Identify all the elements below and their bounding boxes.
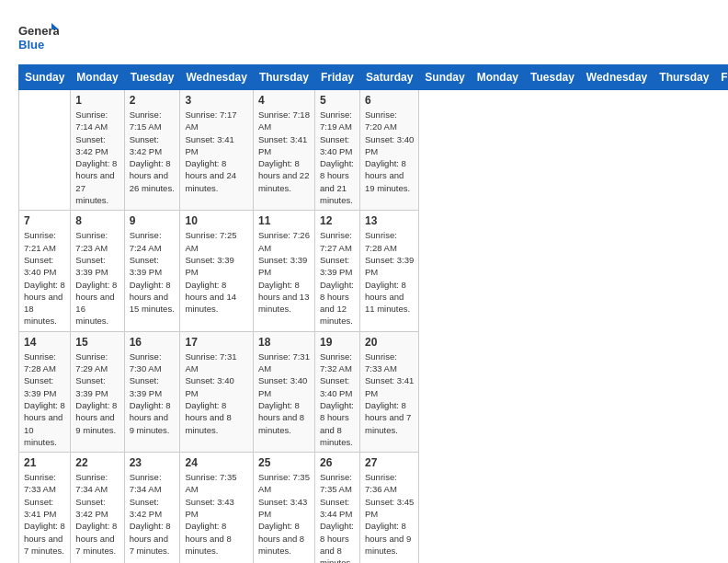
day-info: Sunrise: 7:15 AM Sunset: 3:42 PM Dayligh… [130, 109, 176, 194]
daylight: Daylight: 8 hours and 7 minutes. [75, 521, 117, 556]
sunset: Sunset: 3:42 PM [75, 134, 108, 156]
calendar-cell: 20 Sunrise: 7:33 AM Sunset: 3:41 PM Dayl… [359, 331, 418, 452]
weekday-header-monday: Monday [471, 65, 524, 90]
sunset: Sunset: 3:39 PM [320, 255, 352, 277]
day-number: 26 [320, 456, 355, 469]
day-number: 13 [365, 214, 414, 227]
daylight: Daylight: 8 hours and 8 minutes. [258, 521, 304, 556]
calendar-cell [19, 90, 71, 211]
day-number: 5 [320, 94, 355, 107]
daylight: Daylight: 8 hours and 18 minutes. [24, 280, 65, 327]
calendar-cell: 24 Sunrise: 7:35 AM Sunset: 3:43 PM Dayl… [180, 453, 253, 563]
sunset: Sunset: 3:39 PM [130, 255, 162, 277]
day-info: Sunrise: 7:28 AM Sunset: 3:39 PM Dayligh… [365, 229, 414, 315]
day-number: 10 [185, 214, 247, 227]
calendar-cell: 15 Sunrise: 7:29 AM Sunset: 3:39 PM Dayl… [71, 331, 124, 452]
sunrise: Sunrise: 7:35 AM [258, 472, 310, 494]
daylight: Daylight: 8 hours and 8 minutes. [185, 400, 231, 435]
sunset: Sunset: 3:40 PM [320, 134, 352, 156]
daylight: Daylight: 8 hours and 22 minutes. [258, 158, 309, 193]
sunset: Sunset: 3:40 PM [185, 375, 233, 397]
sunrise: Sunrise: 7:31 AM [185, 351, 236, 373]
day-info: Sunrise: 7:25 AM Sunset: 3:39 PM Dayligh… [185, 229, 247, 315]
sunset: Sunset: 3:44 PM [320, 497, 352, 519]
weekday-header-wednesday: Wednesday [580, 65, 653, 90]
calendar-cell: 12 Sunrise: 7:27 AM Sunset: 3:39 PM Dayl… [314, 211, 359, 331]
sunrise: Sunrise: 7:27 AM [320, 230, 352, 252]
sunrise: Sunrise: 7:30 AM [130, 351, 162, 373]
day-info: Sunrise: 7:34 AM Sunset: 3:42 PM Dayligh… [75, 471, 119, 557]
day-info: Sunrise: 7:31 AM Sunset: 3:40 PM Dayligh… [185, 350, 247, 436]
day-info: Sunrise: 7:34 AM Sunset: 3:42 PM Dayligh… [130, 471, 176, 557]
logo: General Blue [18, 18, 63, 55]
calendar-cell: 10 Sunrise: 7:25 AM Sunset: 3:39 PM Dayl… [180, 211, 253, 331]
sunset: Sunset: 3:45 PM [365, 497, 414, 519]
daylight: Daylight: 8 hours and 15 minutes. [130, 280, 175, 315]
daylight: Daylight: 8 hours and 7 minutes. [365, 400, 411, 435]
sunset: Sunset: 3:42 PM [75, 497, 108, 519]
sunrise: Sunrise: 7:24 AM [130, 230, 162, 252]
day-info: Sunrise: 7:28 AM Sunset: 3:39 PM Dayligh… [24, 350, 65, 448]
sunrise: Sunrise: 7:20 AM [365, 109, 397, 132]
day-number: 6 [365, 94, 414, 107]
day-number: 9 [130, 214, 176, 227]
day-info: Sunrise: 7:35 AM Sunset: 3:44 PM Dayligh… [320, 471, 355, 563]
daylight: Daylight: 8 hours and 9 minutes. [75, 400, 117, 435]
day-info: Sunrise: 7:36 AM Sunset: 3:45 PM Dayligh… [365, 471, 414, 557]
calendar-header-row: SundayMondayTuesdayWednesdayThursdayFrid… [19, 65, 729, 90]
day-info: Sunrise: 7:27 AM Sunset: 3:39 PM Dayligh… [320, 229, 355, 327]
calendar-cell: 3 Sunrise: 7:17 AM Sunset: 3:41 PM Dayli… [180, 90, 253, 211]
sunset: Sunset: 3:43 PM [258, 497, 307, 519]
daylight: Daylight: 8 hours and 26 minutes. [130, 158, 175, 193]
sunset: Sunset: 3:39 PM [130, 375, 162, 397]
day-number: 20 [365, 336, 414, 349]
day-info: Sunrise: 7:23 AM Sunset: 3:39 PM Dayligh… [75, 229, 119, 327]
day-info: Sunrise: 7:24 AM Sunset: 3:39 PM Dayligh… [130, 229, 176, 315]
sunset: Sunset: 3:40 PM [365, 134, 414, 156]
daylight: Daylight: 8 hours and 11 minutes. [365, 280, 410, 315]
sunset: Sunset: 3:39 PM [75, 255, 108, 277]
sunrise: Sunrise: 7:33 AM [24, 472, 56, 494]
calendar-cell: 8 Sunrise: 7:23 AM Sunset: 3:39 PM Dayli… [71, 211, 124, 331]
calendar-cell: 22 Sunrise: 7:34 AM Sunset: 3:42 PM Dayl… [71, 453, 124, 563]
sunset: Sunset: 3:42 PM [130, 134, 162, 156]
calendar-week-1: 1 Sunrise: 7:14 AM Sunset: 3:42 PM Dayli… [19, 90, 729, 211]
calendar-week-3: 14 Sunrise: 7:28 AM Sunset: 3:39 PM Dayl… [19, 331, 729, 452]
sunrise: Sunrise: 7:35 AM [185, 472, 236, 494]
daylight: Daylight: 8 hours and 12 minutes. [320, 280, 354, 327]
daylight: Daylight: 8 hours and 8 minutes. [258, 400, 304, 435]
calendar-cell: 13 Sunrise: 7:28 AM Sunset: 3:39 PM Dayl… [359, 211, 418, 331]
sunrise: Sunrise: 7:33 AM [365, 351, 397, 373]
daylight: Daylight: 8 hours and 8 minutes. [185, 521, 231, 556]
daylight: Daylight: 8 hours and 10 minutes. [24, 400, 65, 447]
calendar-cell: 25 Sunrise: 7:35 AM Sunset: 3:43 PM Dayl… [253, 453, 314, 563]
day-number: 18 [258, 336, 310, 349]
day-info: Sunrise: 7:18 AM Sunset: 3:41 PM Dayligh… [258, 109, 310, 194]
calendar-week-2: 7 Sunrise: 7:21 AM Sunset: 3:40 PM Dayli… [19, 211, 729, 331]
calendar-cell: 19 Sunrise: 7:32 AM Sunset: 3:40 PM Dayl… [314, 331, 359, 452]
sunrise: Sunrise: 7:29 AM [75, 351, 108, 373]
weekday-header-friday: Friday [314, 65, 359, 90]
sunrise: Sunrise: 7:35 AM [320, 472, 352, 494]
weekday-header-friday: Friday [715, 65, 728, 90]
calendar-cell: 14 Sunrise: 7:28 AM Sunset: 3:39 PM Dayl… [19, 331, 71, 452]
calendar-cell: 2 Sunrise: 7:15 AM Sunset: 3:42 PM Dayli… [124, 90, 180, 211]
weekday-header-thursday: Thursday [654, 65, 715, 90]
sunrise: Sunrise: 7:28 AM [365, 230, 397, 252]
day-number: 21 [24, 456, 65, 469]
day-number: 12 [320, 214, 355, 227]
day-info: Sunrise: 7:33 AM Sunset: 3:41 PM Dayligh… [365, 350, 414, 436]
weekday-header-thursday: Thursday [253, 65, 314, 90]
daylight: Daylight: 8 hours and 16 minutes. [75, 280, 117, 327]
daylight: Daylight: 8 hours and 24 minutes. [185, 158, 235, 193]
day-info: Sunrise: 7:20 AM Sunset: 3:40 PM Dayligh… [365, 109, 414, 194]
calendar-cell: 9 Sunrise: 7:24 AM Sunset: 3:39 PM Dayli… [124, 211, 180, 331]
calendar-table: SundayMondayTuesdayWednesdayThursdayFrid… [18, 64, 728, 563]
sunset: Sunset: 3:41 PM [185, 134, 233, 156]
sunset: Sunset: 3:43 PM [185, 497, 233, 519]
day-number: 8 [75, 214, 119, 227]
sunrise: Sunrise: 7:34 AM [130, 472, 162, 494]
sunset: Sunset: 3:39 PM [365, 255, 414, 277]
day-info: Sunrise: 7:32 AM Sunset: 3:40 PM Dayligh… [320, 350, 355, 448]
calendar-cell: 26 Sunrise: 7:35 AM Sunset: 3:44 PM Dayl… [314, 453, 359, 563]
